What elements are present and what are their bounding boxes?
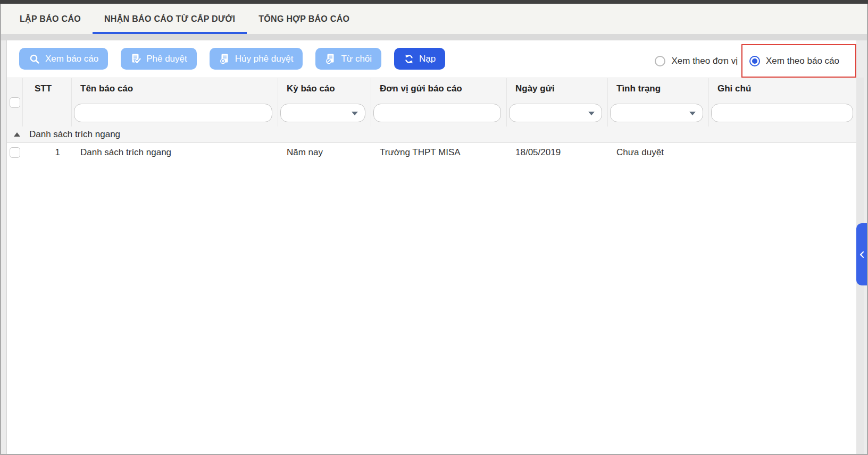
group-row[interactable]: Danh sách trích ngang [7,127,856,142]
filter-ngay-gui-dropdown[interactable] [509,104,602,122]
column-header-tinh-trang[interactable]: Tình trạng [608,78,709,99]
column-header-ky-bao-cao[interactable]: Kỳ báo cáo [278,78,371,99]
cell-ngay-gui: 18/05/2019 [507,147,608,158]
unapprove-doc-icon [219,53,230,64]
search-icon [29,53,40,65]
window-top-edge [0,0,868,4]
cell-don-vi-gui: Trường THPT MISA [371,147,507,158]
unapprove-label: Hủy phê duyệt [235,54,294,64]
chevron-down-icon [588,112,595,115]
load-label: Nạp [419,54,436,64]
triangle-up-icon[interactable] [14,132,20,137]
group-label: Danh sách trích ngang [29,129,120,140]
filter-ghi-chu-input[interactable] [711,104,853,122]
reject-doc-icon [325,53,336,64]
select-all-checkbox[interactable] [10,97,20,108]
view-by-unit-label[interactable]: Xem theo đơn vị [671,56,738,66]
column-header-row: STT Tên báo cáo Kỳ báo cáo Đơn vị gửi bá… [23,78,856,99]
filter-don-vi-gui-input[interactable] [373,104,501,122]
tab-tong-hop-bao-cao[interactable]: TỔNG HỢP BÁO CÁO [247,4,361,34]
column-header-ghi-chu[interactable]: Ghi chú [709,78,856,99]
view-by-report-label[interactable]: Xem theo báo cáo [766,56,839,66]
tab-nhan-bao-cao-tu-cap-duoi[interactable]: NHẬN BÁO CÁO TỪ CẤP DƯỚI [93,4,247,34]
column-header-ngay-gui[interactable]: Ngày gửi [507,78,608,99]
chevron-down-icon [689,112,696,115]
load-button[interactable]: Nạp [394,48,445,70]
content-panel: Xem báo cáo Phê duyệt Hủy phê duyệt [6,40,856,454]
tab-lap-bao-cao[interactable]: LẬP BÁO CÁO [8,4,93,34]
radio-unselected-icon[interactable] [655,56,665,66]
refresh-icon [404,54,414,64]
approve-label: Phê duyệt [146,54,187,64]
view-mode-toggle: Xem theo đơn vị Xem theo báo cáo [655,44,856,78]
chevron-left-icon [859,251,864,258]
select-all-cell [7,78,23,127]
approve-button[interactable]: Phê duyệt [121,48,197,70]
radio-view-by-unit[interactable]: Xem theo đơn vị [655,56,738,66]
toolbar: Xem báo cáo Phê duyệt Hủy phê duyệt [7,40,856,78]
cell-tinh-trang: Chưa duyệt [608,147,709,158]
row-checkbox[interactable] [10,147,20,158]
chevron-down-icon [352,112,358,115]
tab-bar: LẬP BÁO CÁO NHẬN BÁO CÁO TỪ CẤP DƯỚI TỔN… [1,4,867,34]
view-report-label: Xem báo cáo [45,54,98,64]
reject-label: Từ chối [341,54,372,64]
column-header-ten-bao-cao[interactable]: Tên báo cáo [72,78,278,99]
filter-tinh-trang-dropdown[interactable] [610,104,703,122]
expand-panel-handle[interactable] [856,223,867,285]
cell-stt: 1 [23,147,72,158]
filter-ky-bao-cao-dropdown[interactable] [280,104,365,122]
cell-ky-bao-cao: Năm nay [278,147,371,158]
reject-button[interactable]: Từ chối [315,48,381,70]
unapprove-button[interactable]: Hủy phê duyệt [210,48,303,70]
filter-row [23,99,856,127]
tab-content-separator [1,34,867,40]
view-report-button[interactable]: Xem báo cáo [19,48,108,70]
column-header-stt[interactable]: STT [23,78,72,99]
cell-ten-bao-cao: Danh sách trích ngang [72,147,278,158]
filter-ten-bao-cao-input[interactable] [74,104,272,122]
radio-selected-icon[interactable] [749,56,760,66]
main-area: Xem báo cáo Phê duyệt Hủy phê duyệt [1,40,867,454]
column-header-don-vi-gui[interactable]: Đơn vị gửi báo cáo [371,78,507,99]
highlight-box: Xem theo báo cáo [741,44,856,78]
app-window: LẬP BÁO CÁO NHẬN BÁO CÁO TỪ CẤP DƯỚI TỔN… [0,0,868,455]
radio-view-by-report[interactable]: Xem theo báo cáo [749,56,839,66]
table-row[interactable]: 1 Danh sách trích ngang Năm nay Trường T… [7,142,856,163]
approve-doc-icon [130,53,141,64]
grid-header: STT Tên báo cáo Kỳ báo cáo Đơn vị gửi bá… [7,78,856,127]
